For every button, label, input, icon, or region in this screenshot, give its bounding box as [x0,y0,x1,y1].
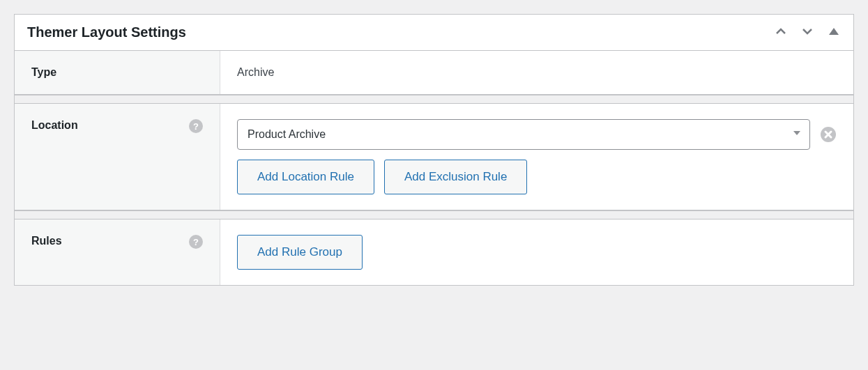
remove-location-icon[interactable] [820,126,837,143]
rules-buttons: Add Rule Group [237,235,837,270]
add-location-rule-button[interactable]: Add Location Rule [237,160,374,194]
rules-row: Rules ? Add Rule Group [15,219,853,285]
svg-marker-0 [829,28,839,35]
location-label: Location [31,119,78,132]
location-select-value: Product Archive [248,128,326,141]
panel-header: Themer Layout Settings [15,15,853,51]
location-select-wrap: Product Archive [237,119,810,150]
type-label: Type [31,66,56,79]
help-icon[interactable]: ? [189,119,203,133]
panel-title: Themer Layout Settings [27,24,186,40]
move-up-icon[interactable] [774,24,788,40]
location-select-row: Product Archive [237,119,837,150]
help-icon[interactable]: ? [189,235,203,249]
type-label-cell: Type [15,51,220,94]
move-down-icon[interactable] [800,24,814,40]
toggle-panel-icon[interactable] [827,24,841,40]
location-row: Location ? Product Archive Add Location [15,103,853,210]
location-buttons: Add Location Rule Add Exclusion Rule [237,160,837,194]
location-content: Product Archive Add Location Rule Add Ex… [220,104,853,210]
type-value: Archive [237,66,274,78]
type-row: Type Archive [15,51,853,95]
add-exclusion-rule-button[interactable]: Add Exclusion Rule [384,160,527,194]
add-rule-group-button[interactable]: Add Rule Group [237,235,363,270]
panel-header-controls [774,24,841,40]
themer-layout-settings-panel: Themer Layout Settings Type Archive Loca… [14,14,854,286]
type-value-cell: Archive [220,51,853,94]
rules-label: Rules [31,235,62,247]
rules-content: Add Rule Group [220,219,853,285]
location-label-cell: Location ? [15,104,220,210]
rules-label-cell: Rules ? [15,219,220,285]
location-select[interactable]: Product Archive [237,119,810,150]
